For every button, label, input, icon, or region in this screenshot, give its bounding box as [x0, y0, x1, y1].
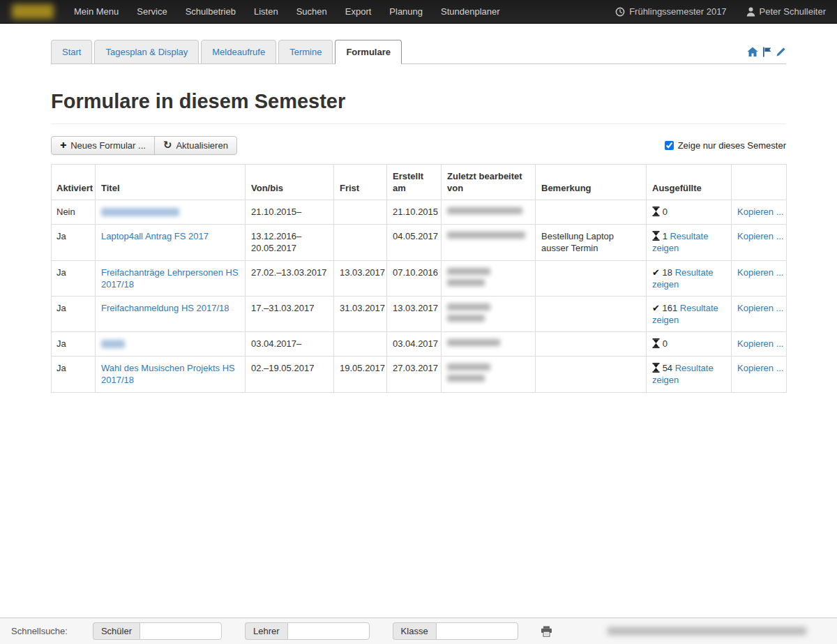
refresh-button[interactable]: ↻ Aktualisieren	[154, 136, 237, 155]
menu-item-suchen[interactable]: Suchen	[287, 0, 336, 23]
table-row: JaLaptop4all Antrag FS 201713.12.2016–20…	[52, 225, 787, 260]
table-row: Ja03.04.2017–03.04.2017 0Kopieren ...	[52, 332, 787, 357]
copy-link[interactable]: Kopieren ...	[737, 303, 784, 313]
results-link[interactable]: Resultate zeigen	[652, 267, 714, 290]
tab-tagesplan-und-display[interactable]: Tagesplan & Display	[94, 40, 199, 64]
cell-ausgefuellte: 0	[647, 200, 732, 225]
cell-titel: Laptop4all Antrag FS 2017	[96, 225, 246, 260]
redacted-text	[447, 339, 500, 346]
toolbar: ✚ Neues Formular ... ↻ Aktualisieren Zei…	[51, 136, 786, 155]
menu-item-listen[interactable]: Listen	[245, 0, 287, 23]
print-icon[interactable]	[541, 626, 552, 637]
copy-link[interactable]: Kopieren ...	[737, 231, 784, 241]
filled-count: 54	[663, 363, 672, 373]
schueler-search-input[interactable]	[140, 622, 222, 640]
cell-frist: 31.03.2017	[334, 296, 387, 331]
cell-bearbeitet-von	[442, 357, 536, 392]
form-title-link[interactable]: Laptop4all Antrag FS 2017	[101, 231, 209, 241]
main-content: StartTagesplan & DisplayMeldeaufrufeTerm…	[51, 40, 786, 393]
cell-aktiviert: Ja	[52, 332, 96, 357]
tab-meldeaufrufe[interactable]: Meldeaufrufe	[201, 40, 276, 64]
form-title-link[interactable]: Freifachanträge Lehrpersonen HS 2017/18	[101, 267, 239, 290]
schueler-field-label: Schüler	[93, 622, 140, 640]
tab-termine[interactable]: Termine	[278, 40, 333, 64]
cell-kopieren: Kopieren ...	[732, 260, 787, 296]
menu-item-stundenplaner[interactable]: Stundenplaner	[432, 0, 509, 23]
klasse-search-group: Klasse	[393, 622, 518, 640]
refresh-button-label: Aktualisieren	[176, 140, 227, 151]
table-header-row: AktiviertTitelVon/bisFristErstellt amZul…	[52, 165, 787, 200]
copy-link[interactable]: Kopieren ...	[737, 267, 784, 278]
home-icon[interactable]	[747, 47, 758, 57]
semester-filter-checkbox[interactable]	[665, 141, 674, 150]
redacted-text	[101, 340, 125, 348]
lehrer-search-input[interactable]	[287, 622, 370, 640]
menu-item-export[interactable]: Export	[336, 0, 381, 23]
menu-item-planung[interactable]: Planung	[380, 0, 432, 23]
semester-filter: Zeige nur dieses Semester	[665, 140, 786, 151]
semester-filter-label: Zeige nur dieses Semester	[678, 140, 786, 151]
tab-start[interactable]: Start	[51, 40, 92, 64]
user-icon	[746, 7, 755, 17]
cell-erstellt-am: 13.03.2017	[387, 296, 442, 331]
column-header-frist: Frist	[334, 165, 387, 200]
topbar-right: Frühlingssemester 2017 Peter Schulleiter	[615, 6, 837, 17]
table-row: JaFreifachanträge Lehrpersonen HS 2017/1…	[52, 260, 787, 296]
toolbar-buttons: ✚ Neues Formular ... ↻ Aktualisieren	[51, 136, 237, 155]
redacted-text	[447, 232, 525, 239]
redacted-text	[447, 304, 490, 310]
cell-titel	[96, 200, 246, 225]
cell-vonbis: 27.02.–13.03.2017	[246, 260, 334, 296]
column-header-ausgefuellte: Ausgefüllte	[647, 165, 732, 200]
user-name: Peter Schulleiter	[760, 6, 826, 17]
cell-erstellt-am: 04.05.2017	[387, 225, 442, 260]
menu-item-mein-menu[interactable]: Mein Menu	[65, 0, 128, 23]
new-form-button[interactable]: ✚ Neues Formular ...	[51, 136, 155, 155]
plus-icon: ✚	[60, 142, 66, 149]
app-logo	[12, 4, 54, 19]
cell-bearbeitet-von	[442, 225, 536, 260]
column-header-aktiviert: Aktiviert	[52, 165, 96, 200]
tabbar: StartTagesplan & DisplayMeldeaufrufeTerm…	[51, 40, 786, 64]
cell-aktiviert: Ja	[52, 225, 96, 260]
cell-ausgefuellte: ✔ 18 Resultate zeigen	[647, 260, 732, 296]
pencil-icon[interactable]	[776, 47, 786, 57]
flag-icon[interactable]	[762, 47, 771, 57]
cell-frist	[334, 225, 387, 260]
copy-link[interactable]: Kopieren ...	[737, 207, 784, 217]
print-button[interactable]	[541, 626, 552, 637]
klasse-search-input[interactable]	[436, 622, 518, 640]
title-divider	[51, 123, 786, 124]
cell-bemerkung	[536, 332, 647, 357]
cell-frist	[334, 200, 387, 225]
form-title-link[interactable]: Wahl des Musischen Projekts HS 2017/18	[101, 363, 235, 385]
redacted-text	[101, 208, 179, 216]
quicksearch-fields: SchülerLehrerKlasse	[93, 622, 518, 640]
cell-bemerkung	[536, 200, 647, 225]
menu-item-service[interactable]: Service	[128, 0, 176, 23]
refresh-icon: ↻	[163, 141, 172, 151]
column-header-zuletzt-bearbeitet-von: Zuletzt bearbeitet von	[442, 165, 536, 200]
cell-kopieren: Kopieren ...	[732, 200, 787, 225]
user-menu[interactable]: Peter Schulleiter	[746, 6, 826, 17]
cell-kopieren: Kopieren ...	[732, 357, 787, 392]
menu-item-schulbetrieb[interactable]: Schulbetrieb	[176, 0, 245, 23]
cell-erstellt-am: 27.03.2017	[387, 357, 442, 392]
page-title: Formulare in diesem Semester	[51, 90, 786, 113]
tab-actions	[747, 47, 786, 63]
copy-link[interactable]: Kopieren ...	[737, 363, 784, 373]
cell-ausgefuellte: ✔ 161 Resultate zeigen	[647, 296, 732, 331]
clock-icon	[615, 7, 625, 17]
semester-indicator[interactable]: Frühlingssemester 2017	[615, 6, 726, 17]
results-link[interactable]: Resultate zeigen	[652, 231, 708, 253]
cell-vonbis: 02.–19.05.2017	[246, 357, 334, 392]
cell-aktiviert: Ja	[52, 357, 96, 392]
form-title-link[interactable]: Freifachanmeldung HS 2017/18	[101, 303, 229, 313]
topbar-menu: Mein MenuServiceSchulbetriebListenSuchen…	[65, 0, 509, 23]
tab-formulare[interactable]: Formulare	[335, 40, 402, 64]
filled-count: 0	[663, 338, 668, 349]
results-link[interactable]: Resultate zeigen	[652, 363, 714, 385]
cell-erstellt-am: 21.10.2015	[387, 200, 442, 225]
column-header-bemerkung: Bemerkung	[536, 165, 647, 200]
copy-link[interactable]: Kopieren ...	[737, 338, 784, 349]
